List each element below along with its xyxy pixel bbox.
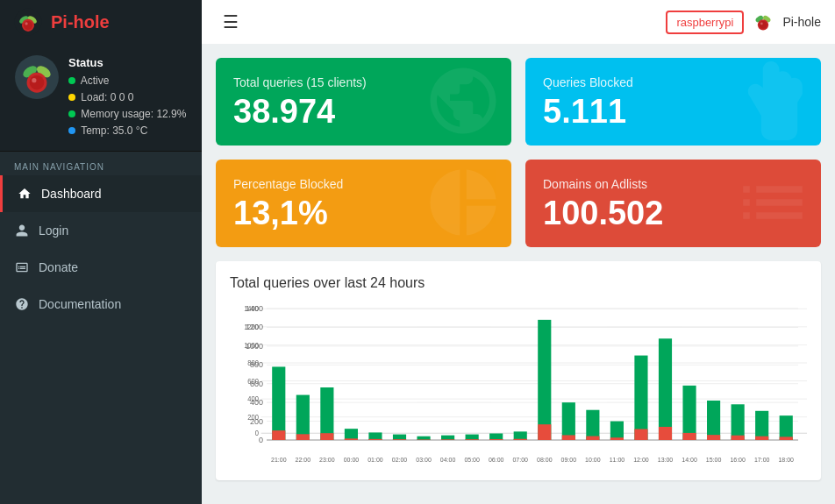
hostname-button[interactable]: raspberrypi (666, 11, 744, 34)
stat-card-domains-adlists: Domains on Adlists 100.502 (525, 160, 821, 247)
stat-card-queries-blocked: Queries Blocked 5.111 (525, 58, 821, 146)
domains-adlists-label: Domains on Adlists (543, 177, 663, 191)
svg-point-16 (760, 21, 767, 29)
queries-blocked-value: 5.111 (543, 95, 633, 128)
stat-cards-grid: Total queries (15 clients) 38.974 Querie… (216, 58, 821, 247)
sidebar-status: Status Active Load: 0 0 0 Memory usage: … (0, 44, 202, 152)
svg-point-4 (24, 21, 32, 30)
status-title: Status (68, 54, 186, 73)
domains-adlists-value: 100.502 (543, 196, 663, 230)
sidebar-item-documentation[interactable]: Documentation (0, 286, 202, 323)
status-load: Load: 0 0 0 (68, 89, 186, 106)
sidebar-item-donate-label: Donate (39, 260, 78, 274)
status-temp: Temp: 35.0 °C (68, 123, 186, 139)
sidebar-item-documentation-label: Documentation (39, 297, 121, 311)
hamburger-icon[interactable]: ☰ (216, 8, 246, 36)
brand-logo-icon (14, 8, 42, 36)
svg-point-10 (30, 75, 45, 90)
queries-blocked-label: Queries Blocked (543, 75, 633, 89)
sidebar: Pi-hole Status Active Load: 0 0 0 (0, 0, 202, 504)
topbar-pihole-label: Pi-hole (782, 15, 821, 29)
chart-container: Total queries over last 24 hours 1400 12… (216, 261, 821, 480)
svg-point-17 (760, 23, 763, 25)
status-active: Active (68, 73, 186, 89)
load-dot-icon (68, 94, 75, 101)
chart-wrapper: 1400 1200 1000 800 600 400 200 0 (230, 300, 807, 466)
total-queries-label: Total queries (15 clients) (233, 75, 367, 89)
sidebar-item-dashboard-label: Dashboard (41, 187, 102, 201)
sidebar-item-donate[interactable]: Donate (0, 249, 202, 286)
pie-chart-icon (424, 163, 503, 247)
globe-icon (424, 61, 503, 146)
percentage-blocked-value: 13,1% (233, 196, 343, 230)
content-area: Total queries (15 clients) 38.974 Querie… (202, 44, 835, 504)
stat-card-percentage-blocked: Percentage Blocked 13,1% (216, 160, 511, 247)
stat-card-total-queries: Total queries (15 clients) 38.974 (216, 58, 511, 146)
sidebar-item-login[interactable]: Login (0, 212, 202, 249)
active-dot-icon (68, 77, 75, 84)
brand-name: Pi-hole (51, 12, 110, 32)
hand-stop-icon (733, 61, 812, 146)
temp-dot-icon (68, 127, 75, 134)
pihole-mini-logo-icon (751, 10, 775, 34)
sidebar-brand: Pi-hole (0, 0, 202, 44)
pi-logo-icon (14, 54, 60, 100)
topbar-user: raspberrypi Pi-hole (666, 10, 821, 34)
percentage-blocked-label: Percentage Blocked (233, 177, 343, 191)
svg-point-5 (25, 22, 27, 25)
sidebar-item-dashboard[interactable]: Dashboard (0, 175, 202, 212)
memory-dot-icon (68, 110, 75, 117)
total-queries-value: 38.974 (233, 95, 367, 128)
status-panel: Status Active Load: 0 0 0 Memory usage: … (68, 54, 186, 140)
list-icon (733, 163, 812, 247)
svg-point-11 (32, 78, 36, 82)
chart-title: Total queries over last 24 hours (230, 275, 807, 291)
home-icon (17, 186, 32, 202)
status-memory: Memory usage: 12.9% (68, 106, 186, 123)
question-icon (14, 296, 30, 312)
nav-section-label: MAIN NAVIGATION (0, 152, 202, 175)
main-content: ☰ raspberrypi Pi-hole Total queries (15 … (202, 0, 835, 504)
bar-chart-canvas (230, 300, 807, 466)
user-icon (14, 223, 30, 238)
donate-icon (14, 259, 30, 275)
topbar: ☰ raspberrypi Pi-hole (202, 0, 835, 44)
sidebar-item-login-label: Login (39, 224, 68, 238)
